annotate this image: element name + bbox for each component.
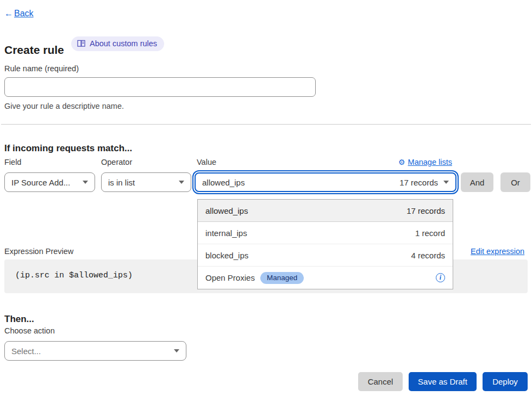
operator-select[interactable]: is in list <box>101 172 191 192</box>
operator-select-value: is in list <box>108 178 135 187</box>
list-option-name: internal_ips <box>205 228 247 238</box>
then-section-heading: Then... <box>4 314 34 325</box>
expression-code: (ip.src in $allowed_ips) <box>15 271 133 280</box>
back-link[interactable]: ←Back <box>4 9 34 18</box>
list-option-records: 17 records <box>406 206 445 215</box>
operator-label: Operator <box>101 158 132 166</box>
book-icon <box>77 40 85 47</box>
about-custom-rules-link[interactable]: About custom rules <box>71 36 164 51</box>
chevron-down-icon <box>174 349 179 352</box>
section-divider <box>1 124 531 125</box>
gear-icon: ⚙ <box>398 158 405 166</box>
or-button[interactable]: Or <box>500 172 530 192</box>
about-badge-label: About custom rules <box>90 39 157 48</box>
list-option-blocked-ips[interactable]: blocked_ips 4 records <box>198 244 453 267</box>
rule-name-helper-text: Give your rule a descriptive name. <box>4 102 124 110</box>
deploy-button[interactable]: Deploy <box>483 372 528 391</box>
edit-expression-label: Edit expression <box>471 247 524 256</box>
list-option-records: 1 record <box>415 228 445 238</box>
action-select-placeholder: Select... <box>11 347 41 356</box>
action-select[interactable]: Select... <box>4 341 186 361</box>
list-option-internal-ips[interactable]: internal_ips 1 record <box>198 222 453 244</box>
value-select-records: 17 records <box>399 178 438 187</box>
value-select[interactable]: allowed_ips 17 records <box>195 172 456 192</box>
list-option-records: 4 records <box>411 251 445 260</box>
expression-preview-label: Expression Preview <box>4 247 73 256</box>
field-select[interactable]: IP Source Add... <box>4 172 95 192</box>
list-option-name: blocked_ips <box>205 251 248 260</box>
list-option-name: Open Proxies <box>205 273 255 282</box>
list-dropdown: allowed_ips 17 records internal_ips 1 re… <box>197 199 453 289</box>
list-option-open-proxies[interactable]: Open Proxies Managed i <box>198 267 453 289</box>
chevron-down-icon <box>83 181 88 184</box>
value-label: Value <box>197 158 216 166</box>
save-as-draft-button[interactable]: Save as Draft <box>409 372 477 391</box>
chevron-down-icon <box>179 181 184 184</box>
back-arrow-icon: ← <box>4 9 13 18</box>
rule-name-input[interactable] <box>4 77 316 97</box>
match-section-heading: If incoming requests match... <box>4 143 132 154</box>
edit-expression-link[interactable]: Edit expression <box>471 247 524 256</box>
field-label: Field <box>4 158 21 166</box>
chevron-down-icon <box>443 181 449 184</box>
value-select-value: allowed_ips <box>202 178 245 187</box>
and-button[interactable]: And <box>461 172 493 192</box>
list-option-name: allowed_ips <box>205 206 248 215</box>
info-icon[interactable]: i <box>436 273 445 282</box>
manage-lists-link[interactable]: ⚙ Manage lists <box>398 158 452 166</box>
choose-action-label: Choose action <box>4 326 55 335</box>
rule-name-label: Rule name (required) <box>4 64 79 73</box>
list-option-allowed-ips[interactable]: allowed_ips 17 records <box>198 200 453 222</box>
field-select-value: IP Source Add... <box>11 178 70 187</box>
managed-badge: Managed <box>260 272 304 284</box>
back-link-label: Back <box>14 9 34 18</box>
manage-lists-label: Manage lists <box>408 158 452 166</box>
page-title: Create rule <box>4 44 64 57</box>
cancel-button[interactable]: Cancel <box>358 372 403 391</box>
